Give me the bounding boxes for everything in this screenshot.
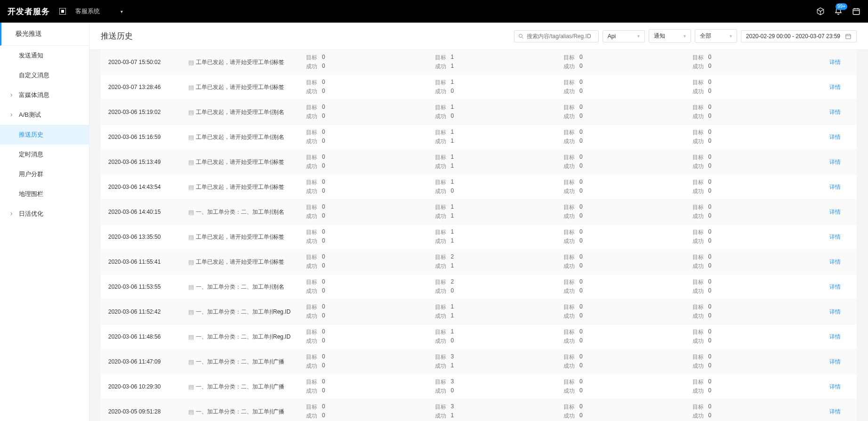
- cell-stat-3: 目标0成功0: [563, 303, 692, 320]
- cell-stat-3: 目标0成功0: [563, 104, 692, 121]
- filter-platform-label: 全部: [700, 32, 711, 40]
- filter-type[interactable]: 通知 ▾: [649, 29, 691, 43]
- table-row: 2020-03-06 14:43:54▤工单已发起，请开始受理工单信...标签目…: [101, 175, 857, 200]
- cell-stat-2: 目标1成功1: [435, 203, 564, 220]
- sidebar-item[interactable]: 推送历史: [0, 125, 89, 145]
- filter-platform[interactable]: 全部 ▾: [695, 29, 737, 43]
- cell-type: Reg.ID: [273, 308, 306, 315]
- cell-content: ▤一、加工单分类：二、加工单排...: [188, 333, 273, 341]
- cube-icon[interactable]: [816, 7, 825, 16]
- detail-link[interactable]: 详情: [829, 234, 841, 240]
- system-dropdown[interactable]: 客服系统 ▾: [75, 7, 123, 16]
- table-row: 2020-03-06 15:16:59▤工单已发起，请开始受理工单信...别名目…: [101, 125, 857, 150]
- filter-api[interactable]: Api ▾: [603, 30, 645, 42]
- sidebar-item[interactable]: 富媒体消息: [0, 85, 89, 105]
- search-box[interactable]: [514, 30, 599, 42]
- cell-content: ▤工单已发起，请开始受理工单信...: [188, 108, 273, 116]
- main: 极光推送 发送通知自定义消息富媒体消息A/B测试推送历史定时消息用户分群地理围栏…: [0, 23, 868, 421]
- cell-stat-2: 目标1成功1: [435, 228, 564, 245]
- cell-content: ▤一、加工单分类：二、加工单排...: [188, 408, 273, 416]
- cell-stat-3: 目标0成功0: [563, 253, 692, 270]
- topbar-left: 开发者服务 客服系统 ▾: [8, 6, 123, 17]
- cell-stat-4: 目标0成功0: [692, 154, 821, 170]
- table-row: 2020-03-05 09:51:28▤一、加工单分类：二、加工单排...广播目…: [101, 399, 857, 421]
- cell-time: 2020-03-07 13:28:46: [108, 84, 188, 90]
- cell-content: ▤一、加工单分类：二、加工单排...: [188, 383, 273, 391]
- cell-type: 标签: [273, 233, 306, 241]
- chevron-down-icon: ▾: [683, 33, 686, 39]
- search-icon: [518, 33, 524, 39]
- sidebar-item[interactable]: 发送通知: [0, 46, 89, 65]
- calendar-icon[interactable]: [852, 7, 860, 16]
- detail-link[interactable]: 详情: [829, 283, 841, 290]
- cell-stat-1: 目标0成功0: [306, 378, 435, 395]
- sidebar-item[interactable]: 地理围栏: [0, 184, 89, 204]
- notification-bell[interactable]: 99+: [834, 7, 843, 16]
- detail-link[interactable]: 详情: [829, 159, 841, 165]
- table-row: 2020-03-06 11:55:41▤工单已发起，请开始受理工单信...标签目…: [101, 250, 857, 275]
- sidebar-item[interactable]: 自定义消息: [0, 65, 89, 85]
- sidebar-item[interactable]: A/B测试: [0, 105, 89, 125]
- detail-link[interactable]: 详情: [829, 308, 841, 315]
- cell-stat-1: 目标0成功0: [306, 328, 435, 345]
- detail-link[interactable]: 详情: [829, 109, 841, 115]
- cell-stat-4: 目标0成功0: [692, 403, 821, 420]
- cell-stat-2: 目标1成功1: [435, 154, 564, 170]
- cell-stat-1: 目标0成功0: [306, 278, 435, 295]
- cell-action: 详情: [821, 233, 849, 241]
- content: 推送历史 Api ▾ 通知 ▾ 全部 ▾: [89, 23, 868, 421]
- cell-content: ▤一、加工单分类：二、加工单排...: [188, 283, 273, 291]
- table-row: 2020-03-06 14:40:15▤一、加工单分类：二、加工单排...别名目…: [101, 200, 857, 225]
- topbar: 开发者服务 客服系统 ▾ 99+: [0, 0, 868, 23]
- cell-stat-3: 目标0成功0: [563, 353, 692, 370]
- detail-link[interactable]: 详情: [829, 383, 841, 390]
- detail-link[interactable]: 详情: [829, 59, 841, 65]
- cell-stat-3: 目标0成功0: [563, 203, 692, 220]
- cell-time: 2020-03-06 11:47:09: [108, 358, 188, 365]
- filters: Api ▾ 通知 ▾ 全部 ▾ 2020-02-29 00:00 - 2020-…: [514, 29, 857, 43]
- cell-time: 2020-03-06 14:43:54: [108, 184, 188, 190]
- brand-title: 开发者服务: [8, 6, 50, 17]
- cell-time: 2020-03-06 13:35:50: [108, 234, 188, 240]
- cell-stat-3: 目标0成功0: [563, 278, 692, 295]
- table-wrap[interactable]: 2020-03-07 15:50:02▤工单已发起，请开始受理工单信...标签目…: [89, 50, 868, 421]
- detail-link[interactable]: 详情: [829, 259, 841, 265]
- grid-icon[interactable]: [58, 7, 67, 16]
- cell-stat-4: 目标0成功0: [692, 104, 821, 121]
- detail-link[interactable]: 详情: [829, 184, 841, 190]
- table-row: 2020-03-06 11:48:56▤一、加工单分类：二、加工单排...Reg…: [101, 324, 857, 349]
- cell-action: 详情: [821, 208, 849, 216]
- date-range-picker[interactable]: 2020-02-29 00:00 - 2020-03-07 23:59: [741, 30, 857, 42]
- sidebar-item[interactable]: 用户分群: [0, 164, 89, 184]
- document-icon: ▤: [188, 134, 194, 141]
- document-icon: ▤: [188, 59, 194, 66]
- cell-content: ▤工单已发起，请开始受理工单信...: [188, 133, 273, 141]
- table-row: 2020-03-06 11:52:42▤一、加工单分类：二、加工单排...Reg…: [101, 300, 857, 324]
- svg-rect-1: [61, 10, 64, 13]
- detail-link[interactable]: 详情: [829, 408, 841, 415]
- table-row: 2020-03-07 15:50:02▤工单已发起，请开始受理工单信...标签目…: [101, 50, 857, 75]
- date-range-label: 2020-02-29 00:00 - 2020-03-07 23:59: [746, 33, 840, 40]
- cell-time: 2020-03-07 15:50:02: [108, 59, 188, 65]
- cell-action: 详情: [821, 158, 849, 166]
- search-input[interactable]: [527, 33, 597, 40]
- filter-type-label: 通知: [654, 32, 665, 40]
- sidebar-item[interactable]: 日活优化: [0, 204, 89, 224]
- cell-stat-1: 目标0成功0: [306, 154, 435, 170]
- cell-action: 详情: [821, 283, 849, 291]
- cell-stat-2: 目标3成功0: [435, 378, 564, 395]
- detail-link[interactable]: 详情: [829, 209, 841, 215]
- cell-action: 详情: [821, 133, 849, 141]
- detail-link[interactable]: 详情: [829, 333, 841, 340]
- detail-link[interactable]: 详情: [829, 84, 841, 90]
- cell-stat-3: 目标0成功0: [563, 328, 692, 345]
- notification-badge: 99+: [836, 3, 847, 10]
- cell-type: 别名: [273, 133, 306, 141]
- document-icon: ▤: [188, 109, 194, 116]
- cell-action: 详情: [821, 358, 849, 366]
- sidebar-item[interactable]: 定时消息: [0, 145, 89, 164]
- detail-link[interactable]: 详情: [829, 134, 841, 140]
- cell-type: 标签: [273, 58, 306, 66]
- detail-link[interactable]: 详情: [829, 358, 841, 365]
- cell-stat-2: 目标1成功0: [435, 79, 564, 96]
